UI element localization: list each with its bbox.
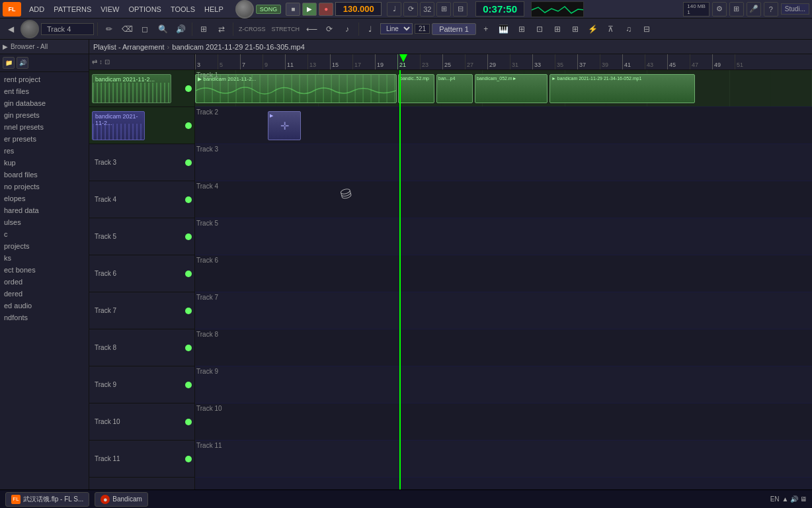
sidebar-item-20[interactable]: ndfonts bbox=[0, 312, 89, 323]
playlist-icon[interactable]: ⊞ bbox=[196, 21, 212, 37]
sidebar-item-17[interactable]: orded bbox=[0, 276, 89, 288]
track-10-dot[interactable] bbox=[185, 419, 192, 425]
record-button[interactable]: ● bbox=[319, 3, 333, 16]
separator-2 bbox=[192, 22, 192, 36]
sidebar-item-4[interactable]: nnel presets bbox=[0, 121, 89, 133]
tc-move-icon[interactable]: ⇄ bbox=[92, 58, 97, 65]
track-5-dot[interactable] bbox=[185, 233, 192, 240]
master-volume-knob[interactable] bbox=[235, 0, 254, 19]
channel-icon[interactable]: ⊞ bbox=[514, 21, 530, 37]
track-4-dot[interactable] bbox=[185, 196, 192, 203]
grid-clip-track1-4[interactable]: bandicam_052.m► bbox=[475, 74, 548, 103]
menu-bar: FL ADD PATTERNS VIEW OPTIONS TOOLS HELP … bbox=[0, 0, 812, 19]
grid-clip-track1-5[interactable]: ► bandicam 2021-11-29 21-34-16-052.mp1 bbox=[549, 74, 695, 103]
link-icon[interactable]: ⊟ bbox=[453, 2, 467, 17]
track-2-dot[interactable] bbox=[185, 122, 192, 129]
sidebar-item-11[interactable]: hared data bbox=[0, 204, 89, 216]
loop2-icon[interactable]: ⟳ bbox=[321, 21, 337, 37]
track-1-dot[interactable] bbox=[185, 85, 192, 92]
track-8-dot[interactable] bbox=[185, 345, 192, 351]
note-icon[interactable]: ♩ bbox=[362, 21, 378, 37]
mic-icon[interactable]: 🎤 bbox=[747, 2, 761, 17]
loop-icon[interactable]: ⟳ bbox=[403, 2, 418, 17]
move-icon[interactable]: ⇄ bbox=[214, 21, 229, 37]
track-6-dot[interactable] bbox=[185, 271, 192, 277]
audio-icon[interactable]: ♫ bbox=[621, 21, 637, 37]
ruler-mark-37: 37 bbox=[577, 54, 600, 69]
sidebar-item-2[interactable]: gin database bbox=[0, 97, 89, 109]
sidebar-item-14[interactable]: projects bbox=[0, 240, 89, 252]
grid-clip-track1-main[interactable]: ▶ bandicam 2021-11-2... bbox=[195, 74, 397, 103]
plugin2-icon[interactable]: ⊟ bbox=[639, 21, 655, 37]
sidebar-item-7[interactable]: kup bbox=[0, 157, 89, 169]
track-clip-2[interactable]: bandicam 2021-11-2... bbox=[92, 111, 145, 140]
sidebar-item-5[interactable]: er presets bbox=[0, 133, 89, 145]
step-icon[interactable]: 32 bbox=[420, 2, 434, 17]
help-icon[interactable]: ? bbox=[764, 2, 778, 17]
grid-clip-track1-3[interactable]: ban...p4 bbox=[436, 74, 473, 103]
mixer2-icon[interactable]: ⊡ bbox=[532, 21, 548, 37]
bar-icon[interactable]: ⊞ bbox=[436, 2, 451, 17]
track-7-dot[interactable] bbox=[185, 308, 192, 314]
metronome-icon[interactable]: ♩ bbox=[387, 2, 401, 17]
arrange-icon[interactable]: ⊞ bbox=[567, 21, 583, 37]
settings-icon[interactable]: ⚙ bbox=[712, 2, 727, 17]
sidebar-item-3[interactable]: gin presets bbox=[0, 109, 89, 121]
filter-icon[interactable]: ⊼ bbox=[603, 21, 619, 37]
track-9-dot[interactable] bbox=[185, 382, 192, 388]
sidebar-item-board-files[interactable]: board files bbox=[0, 169, 89, 181]
zoom-icon[interactable]: 🔍 bbox=[155, 21, 171, 37]
track-3-dot[interactable] bbox=[185, 159, 192, 166]
speaker-icon[interactable]: 🔊 bbox=[173, 21, 188, 37]
tc-arrow-icon[interactable]: ↕ bbox=[99, 58, 102, 65]
sidebar-item-15[interactable]: ks bbox=[0, 252, 89, 264]
menu-patterns[interactable]: PATTERNS bbox=[50, 4, 95, 15]
menu-view[interactable]: VIEW bbox=[97, 4, 123, 15]
taskbar-app2[interactable]: ● Bandicam bbox=[95, 492, 147, 507]
menu-add[interactable]: ADD bbox=[25, 4, 48, 15]
sidebar-item-0[interactable]: rent project bbox=[0, 73, 89, 85]
song-button[interactable]: SONG bbox=[256, 5, 282, 14]
ruler-mark-51: 51 bbox=[735, 54, 757, 69]
browser-folder-icon[interactable]: 📁 bbox=[3, 57, 15, 69]
tc-link-icon[interactable]: ⊡ bbox=[104, 58, 110, 65]
menu-options[interactable]: OPTIONS bbox=[124, 4, 165, 15]
pattern-add-icon[interactable]: + bbox=[478, 21, 494, 37]
grid-clip-track1-2[interactable]: bandic..52.mp bbox=[398, 74, 434, 103]
track-clip-1[interactable]: bandicam 2021-11-2... bbox=[92, 74, 171, 103]
sidebar-item-12[interactable]: ulses bbox=[0, 216, 89, 228]
select-icon[interactable]: ◻ bbox=[137, 21, 153, 37]
sidebar-item-13[interactable]: c bbox=[0, 228, 89, 240]
menu-help[interactable]: HELP bbox=[200, 4, 227, 15]
stop-button[interactable]: ■ bbox=[286, 3, 300, 16]
line-select[interactable]: Line bbox=[380, 23, 413, 34]
play-button[interactable]: ▶ bbox=[302, 3, 317, 16]
mixer-icon[interactable]: ⊞ bbox=[729, 2, 744, 17]
menu-tools[interactable]: TOOLS bbox=[167, 4, 199, 15]
sidebar-item-10[interactable]: elopes bbox=[0, 192, 89, 204]
track-11-dot[interactable] bbox=[185, 456, 192, 462]
taskbar-app1[interactable]: FL 武汉话饿.flp - FL S... bbox=[5, 492, 89, 507]
track-volume-knob[interactable] bbox=[20, 20, 39, 38]
erase-icon[interactable]: ⌫ bbox=[119, 21, 135, 37]
right-toolbar: 140 MB 1 ⚙ ⊞ 🎤 ? Studi... bbox=[683, 2, 809, 17]
sidebar-item-1[interactable]: ent files bbox=[0, 85, 89, 97]
sidebar-item-16[interactable]: ect bones bbox=[0, 264, 89, 276]
pattern-button[interactable]: Pattern 1 bbox=[432, 23, 476, 35]
tempo-display[interactable]: 130.000 bbox=[335, 2, 382, 16]
rewind-icon[interactable]: ⟵ bbox=[304, 21, 319, 37]
grid-clip-track2[interactable]: ▶ ✛ bbox=[268, 111, 301, 140]
browser-toggle-icon[interactable]: ◀ bbox=[3, 21, 19, 37]
browser-search-icon[interactable]: 🔊 bbox=[17, 57, 28, 69]
sidebar-item-18[interactable]: dered bbox=[0, 288, 89, 300]
track-9-name: Track 9 bbox=[92, 380, 119, 390]
sidebar-item-6[interactable]: res bbox=[0, 145, 89, 157]
browser-expand-icon[interactable]: ▶ bbox=[3, 43, 8, 50]
plug-icon[interactable]: ⚡ bbox=[585, 21, 601, 37]
fx-icon[interactable]: ⊞ bbox=[549, 21, 565, 37]
vol2-icon[interactable]: ♪ bbox=[339, 21, 355, 37]
sidebar-item-9[interactable]: no projects bbox=[0, 181, 89, 192]
piano-icon[interactable]: 🎹 bbox=[496, 21, 512, 37]
sidebar-item-19[interactable]: ed audio bbox=[0, 300, 89, 312]
draw-icon[interactable]: ✏ bbox=[101, 21, 117, 37]
